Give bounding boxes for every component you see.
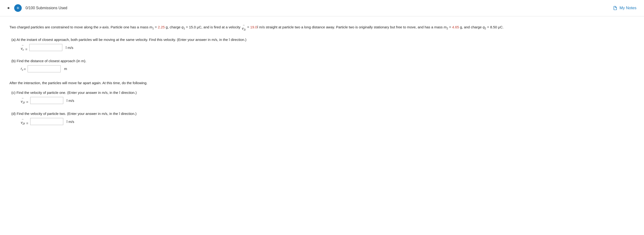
part-c-answer-row: → v1f = î m/s — [21, 97, 634, 104]
header-left: + 0/100 Submissions Used — [8, 4, 67, 12]
add-button[interactable]: + — [14, 4, 22, 12]
dot-icon — [8, 7, 10, 9]
m2-value: 4.65 — [452, 25, 459, 29]
my-notes-label: My Notes — [620, 6, 636, 11]
part-d: (d) Find the velocity of particle two. (… — [10, 112, 634, 125]
header: + 0/100 Submissions Used My Notes — [0, 0, 644, 16]
problem-intro: Two charged particles are constrained to… — [10, 24, 576, 31]
vc-input[interactable] — [29, 44, 62, 51]
submissions-label: 0/100 Submissions Used — [26, 6, 67, 10]
part-d-label: (d) Find the velocity of particle two. (… — [10, 112, 634, 116]
m1-value: 2.25 — [158, 25, 165, 29]
part-a: (a) At the instant of closest approach, … — [10, 38, 634, 51]
rc-input[interactable] — [28, 65, 61, 72]
my-notes-button[interactable]: My Notes — [613, 6, 636, 11]
vc-variable: → vc = — [21, 44, 28, 51]
v1i-value: 19.0 — [250, 25, 257, 29]
main-content: Two charged particles are constrained to… — [0, 16, 644, 142]
v1f-unit: î m/s — [66, 99, 74, 103]
after-interaction-text: After the interaction, the particles wil… — [10, 80, 634, 86]
part-b-label: (b) Find the distance of closest approac… — [10, 59, 634, 63]
notes-icon — [613, 6, 618, 11]
part-b-answer-row: rc = m — [21, 65, 634, 72]
v2f-variable: → v2f = — [21, 118, 28, 125]
rc-unit: m — [64, 67, 67, 71]
part-b: (b) Find the distance of closest approac… — [10, 59, 634, 72]
v2f-unit: î m/s — [66, 120, 74, 124]
part-d-answer-row: → v2f = î m/s — [21, 118, 634, 125]
part-a-answer-row: → vc = î m/s — [21, 44, 634, 51]
part-a-label: (a) At the instant of closest approach, … — [10, 38, 634, 42]
v2f-input[interactable] — [30, 118, 63, 125]
v1f-variable: → v1f = — [21, 97, 28, 104]
v1f-input[interactable] — [30, 97, 63, 104]
part-c: (c) Find the velocity of particle one. (… — [10, 91, 634, 104]
vc-unit: î m/s — [66, 46, 74, 50]
rc-variable: rc = — [21, 66, 26, 71]
part-c-label: (c) Find the velocity of particle one. (… — [10, 91, 634, 95]
